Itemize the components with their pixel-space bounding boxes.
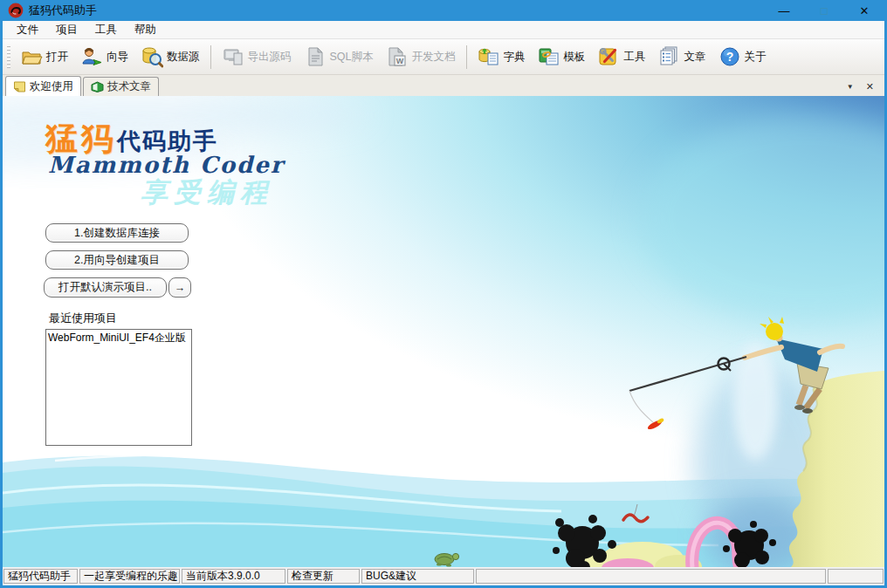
sticky-note-icon bbox=[13, 80, 26, 93]
tab-welcome[interactable]: 欢迎使用 bbox=[5, 76, 81, 96]
wizard-create-project-button[interactable]: 2.用向导创建项目 bbox=[45, 250, 189, 270]
demo-arrow-button[interactable]: → bbox=[168, 277, 191, 297]
sql-script-button: SQL脚本 bbox=[298, 43, 380, 71]
maximize-button[interactable]: □ bbox=[804, 0, 844, 21]
welcome-page: 猛犸代码助手 Mammoth Coder 享受编程 1.创建数据库连接 2.用向… bbox=[3, 96, 884, 567]
menu-file[interactable]: 文件 bbox=[8, 21, 47, 39]
tools-button[interactable]: 工具 bbox=[592, 43, 652, 71]
dev-doc-icon: W bbox=[386, 45, 409, 68]
articles-button[interactable]: 文章 bbox=[652, 43, 712, 71]
menu-help[interactable]: 帮助 bbox=[126, 21, 165, 39]
status-bug-suggest[interactable]: BUG&建议 bbox=[361, 569, 474, 584]
articles-icon bbox=[658, 45, 681, 68]
about-button[interactable]: ? 关于 bbox=[712, 43, 773, 71]
close-button[interactable]: ✕ bbox=[844, 0, 884, 21]
toolbar-grip bbox=[7, 45, 10, 68]
export-source-button: 导出源码 bbox=[216, 43, 298, 71]
dev-doc-label: 开发文档 bbox=[412, 50, 456, 65]
sql-script-label: SQL脚本 bbox=[330, 50, 374, 65]
about-label: 关于 bbox=[745, 50, 767, 65]
tab-articles[interactable]: 技术文章 bbox=[83, 77, 159, 96]
status-slogan: 一起享受编程的乐趣 bbox=[79, 569, 180, 584]
template-button[interactable]: 模板 bbox=[532, 43, 592, 71]
status-empty-panel bbox=[476, 569, 826, 584]
articles-label: 文章 bbox=[684, 50, 706, 65]
about-question-icon: ? bbox=[719, 45, 741, 68]
export-source-icon bbox=[222, 45, 244, 68]
tools-label: 工具 bbox=[624, 50, 646, 65]
app-window: 猛犸代码助手 — □ ✕ 文件 项目 工具 帮助 打开 bbox=[0, 0, 887, 588]
status-empty-end-panel bbox=[828, 569, 884, 584]
export-source-label: 导出源码 bbox=[248, 50, 292, 65]
tab-welcome-label: 欢迎使用 bbox=[30, 79, 73, 94]
titlebar: 猛犸代码助手 — □ ✕ bbox=[3, 0, 884, 21]
wizard-button[interactable]: 向导 bbox=[74, 43, 134, 71]
about-q-glyph: ? bbox=[725, 50, 733, 64]
statusbar: 猛犸代码助手 一起享受编程的乐趣 当前版本3.9.0.0 检查更新 BUG&建议 bbox=[3, 567, 884, 585]
dictionary-button[interactable]: 字典 bbox=[471, 43, 532, 71]
toolbar-separator bbox=[210, 45, 211, 69]
logo-cn-secondary: 代码助手 bbox=[117, 128, 218, 154]
recent-projects-label: 最近使用项目 bbox=[49, 311, 117, 326]
menubar: 文件 项目 工具 帮助 bbox=[3, 21, 884, 39]
toolbar-separator bbox=[466, 45, 467, 69]
window-title: 猛犸代码助手 bbox=[29, 3, 97, 18]
watermark-slogan: 享受编程 bbox=[141, 174, 273, 211]
tab-strip: 欢迎使用 技术文章 ▼ ✕ bbox=[3, 75, 884, 96]
datasource-button[interactable]: 数据源 bbox=[134, 43, 206, 71]
template-label: 模板 bbox=[564, 50, 586, 65]
status-app-name: 猛犸代码助手 bbox=[3, 569, 78, 584]
open-label: 打开 bbox=[46, 50, 68, 65]
open-folder-icon bbox=[20, 45, 43, 68]
wizard-label: 向导 bbox=[107, 50, 128, 65]
recent-projects-list[interactable]: WebForm_MiniUI_EF4企业版 bbox=[45, 329, 192, 446]
dev-doc-w-glyph: W bbox=[395, 57, 403, 65]
sql-script-icon bbox=[304, 45, 327, 68]
list-item[interactable]: WebForm_MiniUI_EF4企业版 bbox=[46, 330, 191, 346]
dictionary-label: 字典 bbox=[504, 50, 526, 65]
app-logo-icon bbox=[8, 3, 24, 18]
menu-tools[interactable]: 工具 bbox=[86, 21, 126, 39]
minimize-button[interactable]: — bbox=[764, 0, 804, 21]
tools-icon bbox=[598, 45, 621, 68]
wizard-person-icon bbox=[80, 45, 103, 68]
open-button[interactable]: 打开 bbox=[14, 43, 74, 71]
template-icon bbox=[538, 45, 560, 68]
dev-doc-button: W 开发文档 bbox=[380, 43, 462, 71]
tab-articles-label: 技术文章 bbox=[107, 79, 151, 94]
toolbar: 打开 向导 数据源 bbox=[3, 39, 884, 75]
datasource-icon bbox=[141, 45, 163, 68]
status-version: 当前版本3.9.0.0 bbox=[182, 569, 285, 584]
create-db-connection-button[interactable]: 1.创建数据库连接 bbox=[45, 223, 189, 243]
tab-dropdown-icon[interactable]: ▼ bbox=[847, 83, 854, 91]
tab-close-icon[interactable]: ✕ bbox=[866, 81, 874, 92]
datasource-label: 数据源 bbox=[167, 50, 200, 65]
green-book-icon bbox=[91, 80, 104, 93]
dictionary-icon bbox=[478, 45, 500, 68]
menu-project[interactable]: 项目 bbox=[47, 21, 86, 39]
open-demo-project-button[interactable]: 打开默认演示项目.. bbox=[44, 277, 167, 297]
status-check-update[interactable]: 检查更新 bbox=[287, 569, 360, 584]
